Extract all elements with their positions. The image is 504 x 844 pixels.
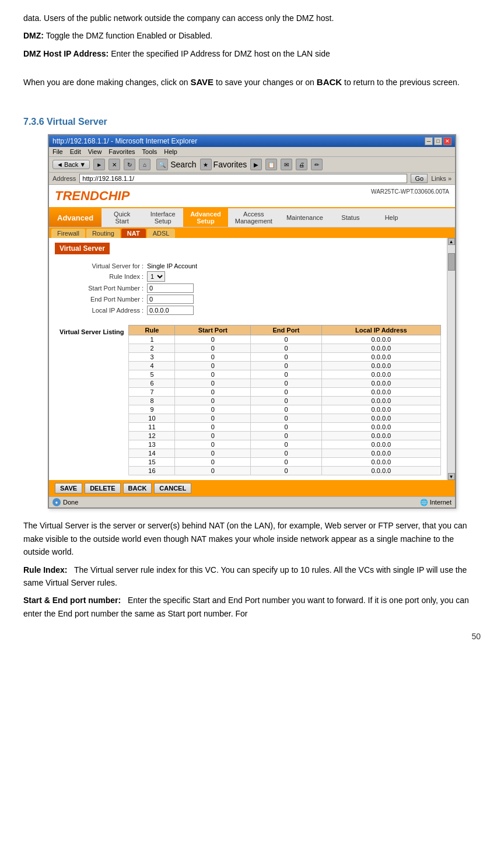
bottom-para1: The Virtual Server is the server or serv… xyxy=(23,519,481,558)
mail-icon: ✉ xyxy=(281,159,292,170)
dmz-desc: Toggle the DMZ function Enabled or Disab… xyxy=(46,31,213,40)
table-cell-r6-c3: 0 xyxy=(251,379,322,388)
nav-maintenance[interactable]: Maintenance xyxy=(279,208,330,227)
rule-index-label: Rule Index : xyxy=(60,273,147,280)
browser-title-text: http://192.168.1.1/ - Microsoft Internet… xyxy=(52,137,197,145)
nav-access-management[interactable]: AccessManagement xyxy=(228,208,279,227)
menu-edit[interactable]: Edit xyxy=(70,148,81,155)
delete-button[interactable]: DELETE xyxy=(85,483,120,493)
toolbar-forward-icon[interactable]: ► xyxy=(93,159,105,170)
table-cell-r2-c2: 0 xyxy=(175,344,251,353)
menu-favorites[interactable]: Favorites xyxy=(108,148,135,155)
browser-back-button[interactable]: ◄ Back ▼ xyxy=(52,160,90,169)
address-input[interactable] xyxy=(79,174,407,183)
back-button[interactable]: BACK xyxy=(123,483,152,493)
table-cell-r13-c4: 0.0.0.0 xyxy=(321,440,440,449)
table-cell-r10-c2: 0 xyxy=(175,414,251,423)
table-cell-r15-c2: 0 xyxy=(175,458,251,467)
save-keyword: SAVE xyxy=(190,77,214,87)
favorites-label: Favorites xyxy=(214,160,247,169)
links-label[interactable]: Links » xyxy=(431,175,452,182)
sub-nav-firewall[interactable]: Firewall xyxy=(51,229,85,238)
rule-index-doc-desc: The Virtual server rule index for this V… xyxy=(23,565,467,587)
browser-toolbar: ◄ Back ▼ ► ✕ ↻ ⌂ 🔍 Search ★ Favorites ▶ … xyxy=(49,157,455,173)
table-row: 10000.0.0.0 xyxy=(129,414,441,423)
table-cell-r9-c2: 0 xyxy=(175,405,251,414)
table-cell-r13-c1: 13 xyxy=(129,440,175,449)
toolbar-stop-icon[interactable]: ✕ xyxy=(108,159,120,170)
menu-view[interactable]: View xyxy=(88,148,102,155)
table-cell-r14-c4: 0.0.0.0 xyxy=(321,449,440,458)
scrollbar-up-arrow[interactable]: ▲ xyxy=(448,238,455,245)
page-header: TRENDCHIP WAR25TC-WPT.030606.00TA xyxy=(49,185,455,207)
search-label: Search xyxy=(170,160,196,169)
table-row: 5000.0.0.0 xyxy=(129,370,441,379)
save-button[interactable]: SAVE xyxy=(55,483,82,493)
main-nav: Advanced QuickStart InterfaceSetup Advan… xyxy=(49,207,455,227)
minimize-button[interactable]: ─ xyxy=(425,137,433,145)
nav-interface-setup[interactable]: InterfaceSetup xyxy=(142,208,183,227)
cancel-button[interactable]: CANCEL xyxy=(154,483,191,493)
form-row-rule-index: Rule Index : 123 xyxy=(60,271,436,282)
sub-nav-routing[interactable]: Routing xyxy=(86,229,120,238)
listing-table: Rule Start Port End Port Local IP Addres… xyxy=(128,325,441,475)
firmware-version: WAR25TC-WPT.030606.00TA xyxy=(371,188,449,195)
vs-for-label: Virtual Server for : xyxy=(60,262,147,269)
table-cell-r6-c4: 0.0.0.0 xyxy=(321,379,440,388)
form-row-vsfor: Virtual Server for : Single IP Account xyxy=(60,262,436,269)
back-dropdown-icon: ▼ xyxy=(79,161,86,168)
search-area: 🔍 Search xyxy=(156,159,196,170)
table-cell-r1-c4: 0.0.0.0 xyxy=(321,335,440,344)
table-cell-r3-c3: 0 xyxy=(251,353,322,362)
table-cell-r16-c3: 0 xyxy=(251,467,322,475)
table-row: 11000.0.0.0 xyxy=(129,423,441,432)
table-row: 6000.0.0.0 xyxy=(129,379,441,388)
table-row: 16000.0.0.0 xyxy=(129,467,441,475)
bottom-para-start-end: Start & End port number: Enter the speci… xyxy=(23,594,481,620)
nav-help[interactable]: Help xyxy=(371,208,412,227)
table-cell-r16-c1: 16 xyxy=(129,467,175,475)
table-cell-r3-c1: 3 xyxy=(129,353,175,362)
table-cell-r7-c2: 0 xyxy=(175,388,251,397)
go-button[interactable]: Go xyxy=(411,174,428,183)
end-port-label: End Port Number : xyxy=(60,296,147,303)
vs-for-value: Single IP Account xyxy=(147,262,197,269)
scrollbar[interactable]: ▲ ▼ xyxy=(447,238,455,480)
end-port-input[interactable] xyxy=(147,295,194,304)
back-label: Back xyxy=(64,161,78,168)
menu-file[interactable]: File xyxy=(52,148,63,155)
table-cell-r1-c3: 0 xyxy=(251,335,322,344)
close-button[interactable]: ✕ xyxy=(443,137,452,145)
table-cell-r10-c1: 10 xyxy=(129,414,175,423)
table-cell-r2-c1: 2 xyxy=(129,344,175,353)
col-header-end-port: End Port xyxy=(251,325,322,335)
table-row: 4000.0.0.0 xyxy=(129,362,441,370)
rule-index-select[interactable]: 123 xyxy=(147,271,165,282)
table-cell-r11-c4: 0.0.0.0 xyxy=(321,423,440,432)
table-row: 2000.0.0.0 xyxy=(129,344,441,353)
start-port-input[interactable] xyxy=(147,283,194,293)
browser-window-controls[interactable]: ─ □ ✕ xyxy=(425,137,452,145)
menu-tools[interactable]: Tools xyxy=(142,148,158,155)
table-cell-r10-c4: 0.0.0.0 xyxy=(321,414,440,423)
scrollbar-down-arrow[interactable]: ▼ xyxy=(448,473,455,480)
toolbar-home-icon[interactable]: ⌂ xyxy=(139,159,150,170)
col-header-start-port: Start Port xyxy=(175,325,251,335)
nav-advanced-setup[interactable]: AdvancedSetup xyxy=(183,208,228,227)
nav-quick-start[interactable]: QuickStart xyxy=(102,208,142,227)
bottom-doc: The Virtual Server is the server or serv… xyxy=(23,519,481,620)
sub-nav-nat[interactable]: NAT xyxy=(121,229,146,238)
sub-nav-adsl[interactable]: ADSL xyxy=(147,229,176,238)
form-row-start-port: Start Port Number : xyxy=(60,283,436,293)
nav-status[interactable]: Status xyxy=(330,208,371,227)
table-cell-r15-c3: 0 xyxy=(251,458,322,467)
table-cell-r13-c3: 0 xyxy=(251,440,322,449)
scrollbar-thumb[interactable] xyxy=(448,253,455,271)
toolbar-refresh-icon[interactable]: ↻ xyxy=(124,159,135,170)
local-ip-label: Local IP Address : xyxy=(60,307,147,314)
maximize-button[interactable]: □ xyxy=(434,137,442,145)
table-cell-r14-c2: 0 xyxy=(175,449,251,458)
menu-help[interactable]: Help xyxy=(164,148,177,155)
media-icon: ▶ xyxy=(250,159,262,170)
local-ip-input[interactable] xyxy=(147,306,194,315)
